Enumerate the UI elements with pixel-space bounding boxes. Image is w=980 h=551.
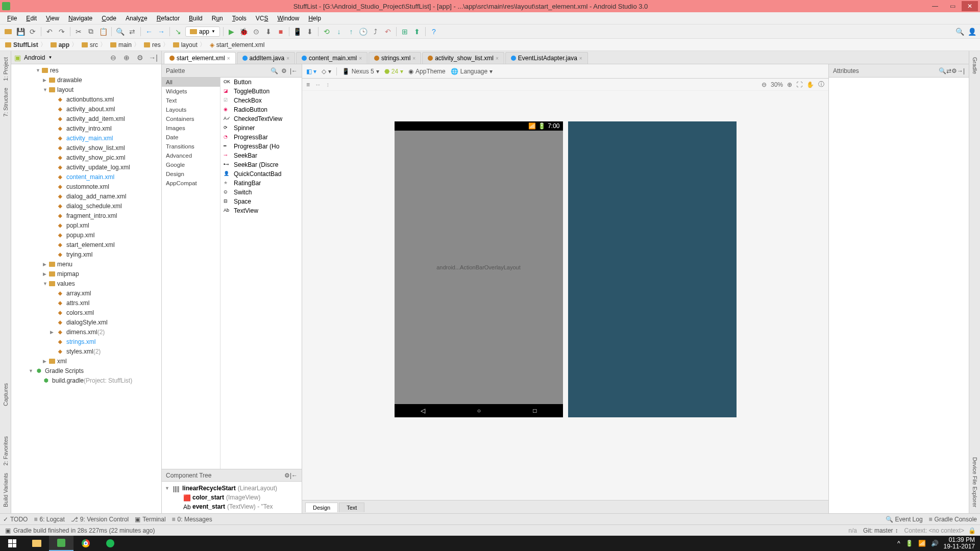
open-icon[interactable] (3, 27, 13, 37)
language-selector[interactable]: 🌐 Language ▾ (451, 68, 493, 75)
editor-tab[interactable]: addItem.java× (237, 52, 296, 64)
tab-design[interactable]: Design (305, 503, 338, 512)
close-tab-icon[interactable]: × (412, 56, 415, 61)
cut-icon[interactable]: ✂ (74, 27, 84, 37)
chrome-app[interactable] (74, 536, 98, 551)
vcs-update-icon[interactable]: ↓ (334, 27, 344, 37)
project-view-selector[interactable]: Android (24, 54, 45, 61)
tree-row[interactable]: ◈dialogStyle.xml (11, 317, 161, 327)
design-surface-toggle[interactable]: ◧ ▾ (306, 68, 316, 75)
palette-gear-icon[interactable]: ⚙ (281, 67, 287, 74)
palette-item[interactable]: OKButton (220, 78, 302, 87)
debug-icon[interactable]: 🐞 (239, 27, 249, 37)
tool-terminal[interactable]: ▣ Terminal (135, 516, 165, 523)
menu-code[interactable]: Code (97, 14, 120, 23)
tool-logcat[interactable]: ≡ 6: Logcat (34, 516, 64, 523)
editor-tab[interactable]: start_element.xml× (164, 52, 236, 64)
tree-row[interactable]: ▼layout (11, 85, 161, 94)
project-tree[interactable]: ▼res▶drawable▼layout◈actionbuttons.xml◈a… (11, 64, 161, 513)
palette-category[interactable]: Google (162, 160, 220, 169)
ct-gear-icon[interactable]: ⚙ (284, 472, 290, 479)
run-config-selector[interactable]: app ▼ (185, 27, 220, 37)
editor-tab[interactable]: strings.xml× (369, 52, 421, 64)
avd-icon[interactable]: 📱 (292, 27, 303, 37)
zoom-in-icon[interactable]: ⊕ (787, 81, 792, 88)
palette-hide-icon[interactable]: |← (290, 67, 298, 74)
palette-item[interactable]: AbTextView (220, 206, 302, 215)
collapse-icon[interactable]: ⊖ (108, 53, 118, 63)
palette-item[interactable]: ◪ToggleButton (220, 87, 302, 96)
palette-search-icon[interactable]: 🔍 (271, 67, 278, 74)
tree-row[interactable]: ◈attrs.xml (11, 298, 161, 308)
explorer-app[interactable] (24, 536, 49, 551)
tree-row[interactable]: ◈activity_show_pic.xml (11, 153, 161, 162)
target-icon[interactable]: ⊕ (121, 53, 132, 63)
tree-row[interactable]: ▶◈dimens.xml (2) (11, 327, 161, 337)
palette-item[interactable]: ★RatingBar (220, 179, 302, 188)
menu-build[interactable]: Build (185, 14, 207, 23)
close-tab-icon[interactable]: × (579, 56, 582, 61)
palette-category[interactable]: Text (162, 96, 220, 105)
design-canvas[interactable]: 📶 🔋 7:00 android...ActionBarOverlayLayou… (302, 91, 828, 500)
close-tab-icon[interactable]: × (359, 56, 362, 61)
palette-item[interactable]: ◉RadioButton (220, 105, 302, 114)
pan-tool-icon[interactable]: ✋ (806, 81, 814, 88)
tree-row[interactable]: ◈activity_show_list.xml (11, 143, 161, 153)
tray-volume-icon[interactable]: 🔊 (931, 540, 939, 547)
menu-tools[interactable]: Tools (228, 14, 251, 23)
back-icon[interactable]: ← (144, 27, 154, 37)
tool-device-explorer-tab[interactable]: Device File Explorer (972, 455, 978, 509)
tray-chevron-icon[interactable]: ^ (897, 540, 900, 547)
attr-hide-icon[interactable]: →| (957, 67, 965, 74)
menu-refactor[interactable]: Refactor (153, 14, 184, 23)
menu-vcs[interactable]: VCS (252, 14, 273, 23)
breadcrumb-item[interactable]: app (48, 40, 80, 49)
menu-edit[interactable]: Edit (22, 14, 41, 23)
vcs-history-icon[interactable]: 🕒 (358, 27, 369, 37)
tray-battery-icon[interactable]: 🔋 (905, 540, 913, 547)
window-close-button[interactable]: ✕ (962, 1, 978, 11)
tree-row[interactable]: ◈dialog_add_name.xml (11, 191, 161, 201)
palette-item[interactable]: 👤QuickContactBad (220, 169, 302, 179)
palette-item[interactable]: ◔ProgressBar (220, 133, 302, 142)
make-icon[interactable]: ↘ (173, 27, 183, 37)
component-tree-body[interactable]: ▼||||linearRecycleStart (LinearLayout)🟥c… (162, 482, 302, 513)
tool-todo[interactable]: ✓ TODO (3, 516, 28, 523)
palette-category[interactable]: Containers (162, 114, 220, 123)
forward-icon[interactable]: → (156, 27, 166, 37)
hide-icon[interactable]: →| (148, 53, 158, 63)
close-tab-icon[interactable]: × (227, 56, 230, 61)
tab-text[interactable]: Text (339, 503, 364, 512)
attr-cycle-icon[interactable]: ⇄ (946, 67, 951, 74)
palette-category[interactable]: All (162, 78, 220, 87)
editor-tab[interactable]: activity_show_list.xml× (422, 52, 504, 64)
tree-row[interactable]: ▶menu (11, 259, 161, 269)
palette-category[interactable]: Date (162, 133, 220, 142)
search-everywhere-icon[interactable]: 🔍 (954, 27, 965, 37)
menu-window[interactable]: Window (273, 14, 303, 23)
zoom-fit-icon[interactable]: ⛶ (796, 81, 802, 88)
menu-navigate[interactable]: Navigate (64, 14, 96, 23)
editor-tab[interactable]: EventListAdapter.java× (505, 52, 588, 64)
tree-row[interactable]: ◈styles.xml (2) (11, 346, 161, 356)
tree-row[interactable]: ▼values (11, 279, 161, 288)
tool-gradle-tab[interactable]: Gradle (972, 55, 978, 76)
breadcrumb-item[interactable]: src (80, 40, 108, 49)
gear-icon[interactable]: ⚙ (135, 53, 145, 63)
window-minimize-button[interactable]: — (927, 1, 943, 11)
palette-category[interactable]: Layouts (162, 105, 220, 114)
tool-vcs[interactable]: ⎇ 9: Version Control (71, 516, 129, 523)
tree-row[interactable]: ◈customnote.xml (11, 182, 161, 191)
tree-row[interactable]: ◈fragment_intro.xml (11, 211, 161, 220)
palette-category[interactable]: Widgets (162, 87, 220, 96)
vcs-commit-icon[interactable]: ↑ (346, 27, 356, 37)
palette-category[interactable]: Advanced (162, 151, 220, 160)
tool-buildvariants-tab[interactable]: Build Variants (3, 471, 9, 509)
tree-row[interactable]: ◈trying.xml (11, 249, 161, 259)
palette-category[interactable]: Images (162, 123, 220, 133)
tool-event-log[interactable]: 🔍 Event Log (886, 516, 923, 523)
tree-row[interactable]: ▼⬢Gradle Scripts (11, 366, 161, 375)
warnings-icon[interactable]: ⓘ (818, 80, 824, 89)
tree-row[interactable]: ◈dialog_schedule.xml (11, 201, 161, 211)
breadcrumb-item[interactable]: ◈start_element.xml (208, 41, 269, 48)
